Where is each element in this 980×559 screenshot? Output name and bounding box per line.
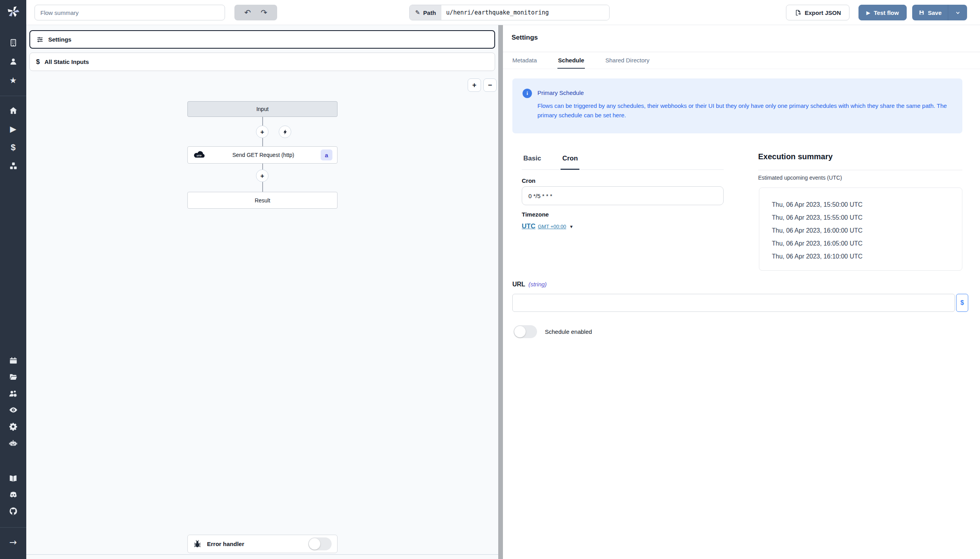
flow-summary-input[interactable]	[34, 5, 225, 20]
redo-icon[interactable]: ↷	[261, 9, 267, 16]
save-dropdown-button[interactable]	[948, 5, 967, 20]
schedules-calendar-icon[interactable]	[0, 352, 26, 369]
path-field-group: ✎ Path	[409, 5, 610, 20]
zoom-out-button[interactable]: −	[483, 78, 497, 92]
tabs-divider	[503, 69, 980, 69]
step-id-badge: a	[321, 149, 332, 160]
docs-book-icon[interactable]	[0, 470, 26, 486]
canvas-bottom-divider	[26, 554, 498, 555]
play-icon: ▶	[866, 10, 870, 16]
windmill-flow-editor: ★ ▶ $	[0, 0, 980, 559]
undo-icon[interactable]: ↶	[244, 9, 251, 16]
windmill-logo-icon[interactable]	[0, 0, 26, 23]
input-node[interactable]: Input	[187, 101, 338, 117]
timezone-selector[interactable]: UTC GMT +00:00 ▾	[522, 222, 573, 230]
test-flow-button[interactable]: ▶ Test flow	[858, 5, 907, 20]
url-type-hint: (string)	[528, 281, 547, 288]
save-button-group: Save	[912, 5, 967, 20]
export-json-label: Export JSON	[805, 9, 841, 16]
event-row: Thu, 06 Apr 2023, 16:10:00 UTC	[772, 250, 962, 263]
url-label: URL	[512, 281, 525, 288]
path-input[interactable]	[441, 5, 609, 20]
variables-dollar-icon[interactable]: $	[0, 139, 26, 156]
path-chip: ✎ Path	[410, 5, 441, 20]
discord-icon[interactable]	[0, 486, 26, 503]
pencil-icon: ✎	[415, 9, 420, 16]
export-icon	[795, 9, 801, 16]
event-row: Thu, 06 Apr 2023, 16:05:00 UTC	[772, 237, 962, 250]
execution-summary-title: Execution summary	[758, 152, 833, 161]
svg-text:HTTP: HTTP	[197, 155, 201, 157]
timezone-value: UTC	[522, 222, 535, 230]
toggle-knob	[309, 538, 320, 550]
workspace-building-icon[interactable]	[0, 35, 26, 51]
groups-users-gear-icon[interactable]	[0, 385, 26, 402]
panel-splitter[interactable]	[498, 25, 503, 559]
url-field-header: URL (string)	[512, 281, 547, 288]
save-label: Save	[928, 9, 942, 16]
schedule-mode-tabs: Basic Cron	[522, 153, 724, 170]
error-handler-label: Error handler	[207, 541, 303, 547]
error-handler-node[interactable]: Error handler	[187, 535, 338, 553]
zoom-in-button[interactable]: +	[468, 78, 481, 92]
result-node[interactable]: Result	[187, 192, 338, 209]
url-input[interactable]	[512, 294, 955, 312]
path-label: Path	[423, 9, 436, 16]
upcoming-events-box: Thu, 06 Apr 2023, 15:50:00 UTC Thu, 06 A…	[759, 188, 962, 271]
http-step-label: Send GET Request (http)	[206, 152, 321, 158]
schedule-enabled-label: Schedule enabled	[545, 328, 592, 335]
tab-metadata[interactable]: Metadata	[512, 52, 538, 69]
cron-input[interactable]	[522, 186, 724, 205]
undo-redo-group: ↶ ↷	[234, 5, 277, 20]
audit-logs-eye-icon[interactable]	[0, 402, 26, 418]
cron-label: Cron	[522, 177, 535, 184]
tab-schedule[interactable]: Schedule	[557, 52, 585, 69]
http-step-node[interactable]: HTTP Send GET Request (http) a	[187, 146, 338, 164]
event-row: Thu, 06 Apr 2023, 15:50:00 UTC	[772, 198, 962, 211]
sidebar: ★ ▶ $	[0, 0, 26, 559]
export-json-button[interactable]: Export JSON	[786, 5, 849, 20]
plus-icon: +	[260, 173, 264, 179]
workers-robot-icon[interactable]	[0, 435, 26, 451]
add-step-button[interactable]: +	[256, 169, 269, 182]
primary-schedule-infobox: i Primary Schedule Flows can be triggere…	[512, 78, 962, 133]
add-step-button[interactable]: +	[256, 126, 269, 138]
error-handler-toggle[interactable]	[308, 537, 332, 550]
folders-icon[interactable]	[0, 369, 26, 385]
all-static-inputs-label: All Static Inputs	[44, 58, 89, 65]
infobox-body: Flows can be triggered by any schedules,…	[537, 101, 956, 120]
dollar-icon: $	[36, 58, 40, 66]
dropdown-triangle-icon: ▾	[570, 224, 573, 229]
resources-cubes-icon[interactable]	[0, 158, 26, 174]
tab-shared-directory[interactable]: Shared Directory	[604, 52, 650, 69]
infobox-title: Primary Schedule	[537, 89, 584, 96]
tab-cron[interactable]: Cron	[561, 153, 579, 170]
bolt-icon	[282, 129, 288, 135]
settings-gear-icon[interactable]	[0, 418, 26, 435]
flow-graph: Input + HTTP Send GET Request (	[187, 101, 338, 211]
expand-sidebar-arrow-icon[interactable]: →	[0, 534, 26, 550]
trigger-bolt-button[interactable]	[279, 126, 291, 138]
flow-settings-label: Settings	[48, 36, 71, 43]
github-icon[interactable]	[0, 503, 26, 519]
schedule-enabled-toggle[interactable]	[514, 325, 537, 338]
runs-play-icon[interactable]: ▶	[0, 121, 26, 137]
settings-panel: Settings Metadata Schedule Shared Direct…	[503, 25, 980, 559]
home-icon[interactable]	[0, 102, 26, 119]
bug-icon	[193, 540, 201, 548]
all-static-inputs-box[interactable]: $ All Static Inputs	[29, 53, 495, 71]
tab-basic[interactable]: Basic	[522, 153, 543, 170]
user-icon[interactable]	[0, 53, 26, 70]
event-row: Thu, 06 Apr 2023, 15:55:00 UTC	[772, 211, 962, 224]
info-icon: i	[523, 89, 532, 98]
flow-settings-box[interactable]: Settings	[29, 30, 495, 49]
favorites-star-icon[interactable]: ★	[0, 72, 26, 89]
save-button[interactable]: Save	[912, 5, 948, 20]
http-cloud-icon: HTTP	[192, 151, 206, 159]
insert-variable-button[interactable]: $	[956, 294, 968, 312]
sliders-icon	[36, 36, 44, 43]
upcoming-events-label: Estimated upcoming events (UTC)	[758, 175, 842, 181]
event-row: Thu, 06 Apr 2023, 16:00:00 UTC	[772, 224, 962, 237]
schedule-enabled-row: Schedule enabled	[514, 325, 592, 338]
settings-tabs: Metadata Schedule Shared Directory	[512, 52, 650, 69]
